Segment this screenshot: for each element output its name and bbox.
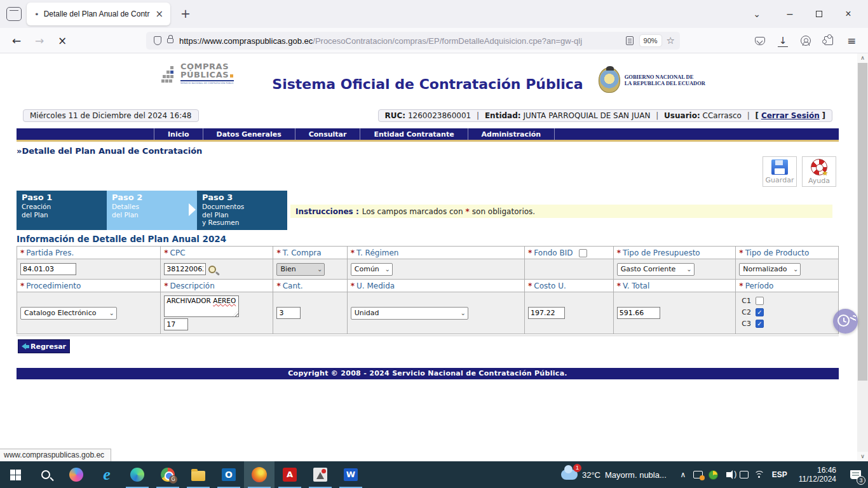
forward-button[interactable]: → [31, 33, 48, 48]
language-indicator[interactable]: ESP [767, 470, 792, 479]
menu-item-entidad-contratante[interactable]: Entidad Contratante [360, 128, 468, 140]
procedimiento-select[interactable]: Catalogo Electrónico⌄ [20, 307, 117, 320]
logout-link[interactable]: Cerrar Sesión [761, 111, 820, 120]
instructions-text2: son obligatorios. [472, 207, 535, 216]
taskbar-internet-explorer[interactable]: e [92, 461, 122, 488]
page-scrollbar[interactable]: ∧ ∨ [857, 53, 868, 461]
menu-item-administracion[interactable]: Administración [468, 128, 555, 140]
divider [17, 336, 839, 336]
bookmark-star-icon[interactable]: ☆ [667, 35, 675, 46]
taskbar-search-button[interactable] [31, 461, 61, 488]
header-row-1: *Partida Pres. *CPC *T. Compra *T. Régim… [17, 247, 839, 259]
step-2-active[interactable]: Paso 2 Detalles del Plan [107, 191, 197, 230]
menu-item-inicio[interactable]: Inicio [154, 128, 203, 140]
menu-button[interactable]: ≡ [844, 34, 859, 48]
instructions-label: Instrucciones : [295, 207, 359, 216]
costo-input[interactable] [528, 307, 565, 319]
step-2-title: Paso 2 [112, 193, 192, 202]
tracking-shield-icon[interactable] [154, 36, 161, 45]
tipo-presupuesto-select[interactable]: Gasto Corriente⌄ [617, 263, 695, 276]
pocket-button[interactable] [752, 34, 768, 48]
menu-item-datos-generales[interactable]: Datos Generales [203, 128, 295, 140]
tray-chevron-icon[interactable]: ∧ [675, 461, 691, 488]
close-window-button[interactable]: × [834, 0, 863, 28]
periodo-c3-checkbox[interactable]: ✓ [756, 320, 764, 328]
cant-input[interactable] [276, 307, 301, 319]
floating-timer-widget[interactable] [833, 309, 858, 334]
u-medida-select[interactable]: Unidad⌄ [351, 307, 468, 320]
restore-button[interactable] [804, 0, 834, 28]
save-button[interactable]: Guardar [763, 156, 797, 187]
chevron-down-icon: ⌄ [317, 266, 322, 273]
tab-bar: • Detalle del Plan Anual de Contr × + ⌄ … [0, 0, 868, 28]
step-3[interactable]: Paso 3 Documentos del Plan y Resumen [197, 191, 287, 230]
taskbar-acrobat[interactable]: A [275, 461, 305, 488]
scroll-down-icon[interactable]: ∨ [857, 452, 868, 461]
search-magnifier-icon[interactable] [208, 266, 216, 273]
cast-icon[interactable] [691, 461, 706, 488]
reader-mode-icon[interactable] [626, 36, 634, 45]
stop-button[interactable]: × [53, 33, 71, 48]
back-to-list-button[interactable]: Regresar [18, 339, 70, 353]
scroll-up-icon[interactable]: ∧ [857, 53, 868, 63]
floppy-disk-icon [771, 159, 788, 175]
tipo-producto-select[interactable]: Normalizado⌄ [739, 263, 801, 276]
antivirus-icon[interactable] [706, 461, 721, 488]
taskbar-clock[interactable]: 16:46 11/12/2024 [792, 466, 843, 484]
periodo-c2: C2✓ [742, 308, 835, 316]
taskbar-outlook[interactable]: O [214, 461, 244, 488]
weather-temp: 32°C [582, 470, 600, 480]
weather-widget[interactable]: 1 32°C Mayorm. nubla... [561, 470, 667, 480]
periodo-c3: C3✓ [742, 320, 835, 328]
taskbar-java-app[interactable] [305, 461, 336, 488]
cpc-input[interactable] [164, 263, 206, 275]
descripcion-textarea[interactable]: ARCHIVADOR AEREO [164, 295, 239, 317]
downloads-button[interactable]: ↓ [775, 34, 790, 48]
t-regimen-select[interactable]: Común⌄ [351, 263, 393, 276]
tab-close-icon[interactable]: × [153, 8, 165, 20]
list-all-tabs-icon[interactable]: ⌄ [742, 0, 771, 28]
taskbar-chrome[interactable]: G [153, 461, 183, 488]
extensions-button[interactable] [821, 34, 836, 48]
descripcion-extra-input[interactable] [164, 318, 188, 330]
url-host: https://www.compraspublicas.gob.ec [179, 36, 313, 46]
minimize-button[interactable]: – [775, 0, 804, 28]
session-box: RUC: 1260023860001 | Entidad: JUNTA PARR… [378, 109, 832, 122]
taskbar-edge[interactable] [122, 461, 153, 488]
step-1[interactable]: Paso 1 Creación del Plan [17, 191, 107, 230]
lock-icon[interactable] [167, 38, 173, 43]
step-2-line1: Detalles [112, 203, 192, 211]
new-tab-button[interactable]: + [178, 6, 193, 20]
tab-title: Detalle del Plan Anual de Contr [44, 10, 154, 18]
periodo-c2-checkbox[interactable]: ✓ [756, 308, 764, 316]
notification-center-button[interactable]: 3 [843, 461, 868, 488]
download-icon: ↓ [779, 35, 787, 46]
taskbar-word[interactable]: W [336, 461, 366, 488]
scrollbar-thumb[interactable] [858, 63, 867, 381]
display-icon[interactable] [736, 461, 752, 488]
header-cpc: CPC [170, 248, 186, 257]
start-button[interactable] [0, 461, 31, 488]
zoom-level-badge[interactable]: 90% [640, 35, 661, 46]
account-button[interactable] [798, 34, 813, 48]
fondo-bid-checkbox[interactable] [579, 249, 587, 257]
taskbar-firefox-active[interactable] [244, 461, 275, 488]
firefox-view-icon[interactable] [6, 7, 22, 21]
windows-logo-icon [10, 470, 21, 480]
taskbar-copilot[interactable] [61, 461, 92, 488]
info-bar: Miércoles 11 de Diciembre del 2024 16:48… [17, 109, 839, 123]
partida-input[interactable] [20, 263, 76, 275]
back-button[interactable]: ← [8, 33, 25, 48]
browser-tab[interactable]: • Detalle del Plan Anual de Contr × [27, 3, 170, 25]
notification-count-badge: 3 [857, 476, 865, 485]
required-asterisk: * [739, 281, 743, 290]
t-compra-select[interactable]: Bien⌄ [276, 263, 325, 276]
volume-icon[interactable] [721, 461, 736, 488]
wifi-icon[interactable] [752, 461, 767, 488]
periodo-c1-checkbox[interactable] [756, 297, 764, 305]
url-bar[interactable]: https://www.compraspublicas.gob.ec/Proce… [146, 32, 680, 50]
help-button[interactable]: Ayuda [802, 156, 836, 187]
v-total-input[interactable] [617, 307, 660, 319]
taskbar-file-explorer[interactable] [183, 461, 214, 488]
menu-item-consultar[interactable]: Consultar [295, 128, 361, 140]
